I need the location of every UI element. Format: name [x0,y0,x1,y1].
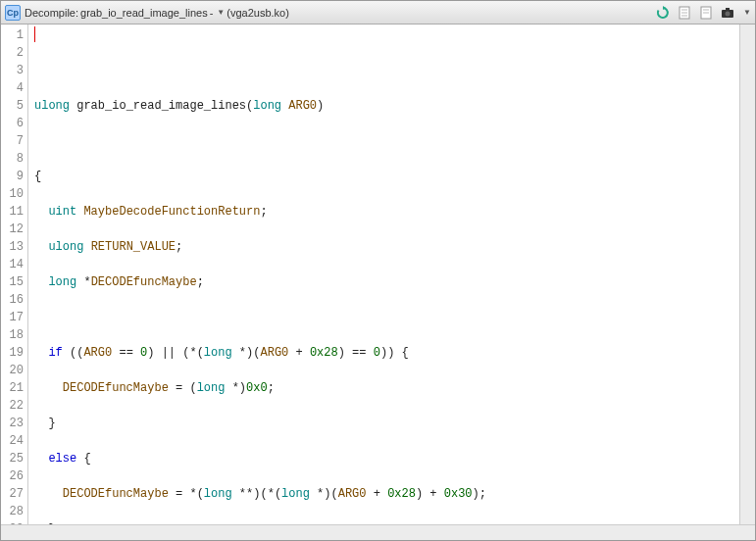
dropdown-arrow-icon[interactable]: ▼ [217,8,225,17]
document-icon-2[interactable] [698,5,714,21]
title-module: (vga2usb.ko) [227,7,289,19]
code-area[interactable]: ulong grab_io_read_image_lines(long ARG0… [28,25,739,524]
horizontal-scrollbar[interactable] [1,524,755,540]
app-icon: Cp [5,5,21,21]
svg-rect-8 [726,8,730,11]
snapshot-icon[interactable] [720,5,735,21]
title-function: grab_io_read_image_lines [80,7,208,19]
vertical-scrollbar[interactable] [739,25,755,524]
title-dash: - [210,7,214,19]
svg-point-9 [726,11,731,16]
toolbar-menu-arrow-icon[interactable]: ▼ [743,8,751,17]
refresh-icon[interactable] [655,5,671,21]
text-cursor [34,26,35,42]
document-icon[interactable] [677,5,692,21]
titlebar: Cp Decompile: grab_io_read_image_lines -… [1,1,755,25]
window-title: Decompile: grab_io_read_image_lines - ▼ … [25,7,651,19]
line-gutter: 1234567891011121314151617181920212223242… [1,25,28,524]
decompile-window: Cp Decompile: grab_io_read_image_lines -… [0,0,756,541]
editor-area[interactable]: 1234567891011121314151617181920212223242… [1,25,755,524]
title-prefix: Decompile: [25,7,78,19]
toolbar: ▼ [655,5,751,21]
